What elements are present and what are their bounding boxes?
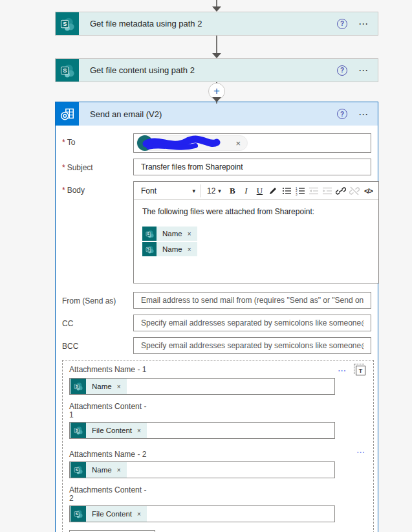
redaction-scribble <box>140 134 222 153</box>
attachment-name-field[interactable]: Name× <box>69 461 335 478</box>
numbered-list-icon[interactable]: 123 <box>294 184 307 198</box>
dynamic-content-chip[interactable]: Name× <box>70 379 127 394</box>
chevron-down-icon: ▾ <box>218 188 221 194</box>
dynamic-content-chip[interactable]: File Content× <box>70 423 147 438</box>
attachment-name-label: Attachments Name - 1 <box>69 366 146 374</box>
subject-input[interactable] <box>133 159 371 175</box>
font-color-icon[interactable] <box>266 184 280 198</box>
body-label: *Body <box>62 181 133 283</box>
attachment-content-label: Attachments Content - 2 <box>69 486 367 503</box>
cc-label: CC <box>62 315 133 331</box>
dynamic-content-chip[interactable]: File Content× <box>70 506 147 522</box>
email-card-header[interactable]: Send an email (V2) ? ⋯ <box>56 102 378 126</box>
sharepoint-icon <box>70 423 86 438</box>
attachment-content-label: Attachments Content - 1 <box>69 403 367 419</box>
close-icon[interactable]: × <box>188 246 191 253</box>
subject-label: *Subject <box>62 159 133 175</box>
font-size-dropdown[interactable]: 12▾ <box>202 186 226 195</box>
action-card-send-email: Send an email (V2) ? ⋯ *To × <box>55 102 378 532</box>
plus-icon: + <box>213 85 220 98</box>
indent-icon[interactable] <box>321 184 334 198</box>
to-label: *To <box>62 133 133 153</box>
body-text: The following files were attached from S… <box>142 207 370 216</box>
from-label: From (Send as) <box>62 292 133 309</box>
svg-text:3: 3 <box>296 192 298 195</box>
close-icon[interactable]: × <box>117 383 121 390</box>
outlook-icon <box>56 102 79 126</box>
sharepoint-icon <box>70 462 86 478</box>
from-input[interactable] <box>133 292 371 309</box>
close-icon[interactable]: × <box>137 511 141 518</box>
dynamic-content-chip[interactable]: Name× <box>142 227 197 241</box>
flow-designer-canvas: Get file metadata using path 2 ? ⋯ Get f… <box>0 0 412 532</box>
cc-input[interactable] <box>133 315 371 331</box>
body-content[interactable]: The following files were attached from S… <box>134 200 378 283</box>
bcc-input[interactable] <box>133 337 371 354</box>
font-family-dropdown[interactable]: Font▾ <box>137 186 199 195</box>
recipient-chip[interactable]: × <box>136 135 248 151</box>
close-icon[interactable]: × <box>117 467 121 474</box>
help-icon[interactable]: ? <box>337 109 347 119</box>
chevron-down-icon: ▾ <box>192 188 195 194</box>
to-field[interactable]: × <box>133 133 371 153</box>
body-rich-text-editor: Font▾ 12▾ B I U <box>133 181 379 283</box>
italic-button[interactable]: I <box>239 184 253 198</box>
sharepoint-icon <box>70 506 86 522</box>
bold-button[interactable]: B <box>226 184 239 198</box>
attachments-section: Attachments Name - 1 ⋯ T Name× Attachmen… <box>62 360 374 532</box>
rte-toolbar: Font▾ 12▾ B I U <box>134 182 378 200</box>
switch-to-input-entire-array-icon[interactable]: T <box>356 366 365 375</box>
sharepoint-icon <box>56 59 79 82</box>
dynamic-content-chip[interactable]: Name× <box>70 462 127 478</box>
help-icon[interactable]: ? <box>337 19 347 29</box>
ellipsis-menu-icon[interactable]: ⋯ <box>358 109 369 119</box>
attachment-menu-icon[interactable]: ⋯ <box>356 450 365 454</box>
code-view-icon[interactable]: </> <box>362 184 375 198</box>
attachment-name-label: Attachments Name - 2 <box>69 450 146 459</box>
link-icon[interactable] <box>334 184 348 198</box>
sharepoint-icon <box>70 379 86 394</box>
attachment-name-field[interactable]: Name× <box>69 378 335 395</box>
ellipsis-menu-icon[interactable]: ⋯ <box>358 19 369 28</box>
action-title: Get file content using path 2 <box>79 59 337 82</box>
close-icon[interactable]: × <box>188 230 191 238</box>
action-title: Get file metadata using path 2 <box>79 12 337 35</box>
attachment-menu-icon[interactable]: ⋯ <box>338 369 347 373</box>
dynamic-content-chip[interactable]: Name× <box>142 242 197 256</box>
underline-button[interactable]: U <box>253 184 266 198</box>
insert-step-button[interactable]: + <box>208 83 225 100</box>
help-icon[interactable]: ? <box>337 65 347 76</box>
sharepoint-icon <box>56 12 79 35</box>
close-icon[interactable]: × <box>137 427 141 434</box>
action-card-get-file-metadata[interactable]: Get file metadata using path 2 ? ⋯ <box>55 12 378 36</box>
outdent-icon[interactable] <box>307 184 321 198</box>
action-title: Send an email (V2) <box>79 102 337 126</box>
bcc-label: BCC <box>62 337 133 354</box>
connector-arrow <box>211 0 222 12</box>
unlink-icon[interactable] <box>348 184 362 198</box>
connector-arrow <box>211 36 222 58</box>
attachment-content-field[interactable]: File Content× <box>69 422 335 439</box>
action-card-get-file-content[interactable]: Get file content using path 2 ? ⋯ <box>55 58 378 82</box>
sharepoint-icon <box>142 227 157 241</box>
bullet-list-icon[interactable] <box>280 184 294 198</box>
sharepoint-icon <box>142 242 157 256</box>
toolbar-divider <box>201 184 201 197</box>
ellipsis-menu-icon[interactable]: ⋯ <box>358 65 369 75</box>
attachment-content-field[interactable]: File Content× <box>69 505 335 522</box>
